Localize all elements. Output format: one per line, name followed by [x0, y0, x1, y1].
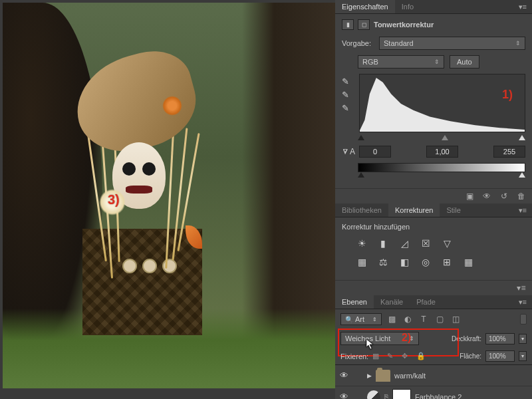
layer-row-folder[interactable]: 👁 ▶ warm/kalt [335, 365, 532, 386]
panels-column: Eigenschaften Info ▾≡ ▮ ◻ Tonwertkorrekt… [335, 0, 532, 399]
preset-select[interactable]: Standard [379, 37, 525, 50]
vibrance-adj-icon[interactable]: ▽ [440, 237, 454, 249]
annotation-1: 1) [502, 88, 513, 102]
canvas-area[interactable]: 3) [0, 0, 335, 399]
mask-thumbnail[interactable] [392, 389, 411, 400]
folder-icon [376, 370, 390, 382]
layer-row-adjustment[interactable]: 👁 ⎘ Farbbalance 2 [335, 386, 532, 399]
eyedropper-white-icon[interactable]: ✎ [342, 103, 354, 112]
visibility-toggle-icon[interactable]: 👁 [338, 392, 350, 399]
tab-info[interactable]: Info [395, 0, 420, 13]
tab-bibliotheken[interactable]: Bibliotheken [335, 203, 388, 217]
brightness-contrast-icon[interactable]: ☀ [355, 237, 368, 249]
bw-adj-icon[interactable]: ◧ [398, 256, 411, 268]
exposure-adj-icon[interactable]: ☒ [419, 237, 432, 249]
filter-adjustment-icon[interactable]: ◐ [402, 314, 414, 325]
layer-list: 👁 ▶ warm/kalt 👁 ⎘ Farbbalance 2 👁 ⎘ Tonw… [335, 364, 532, 399]
layers-tabs: Ebenen Kanäle Pfade ▾≡ [335, 295, 532, 309]
mask-link-icon[interactable]: ⎘ [384, 393, 388, 399]
lock-transparent-icon[interactable]: ▩ [372, 352, 383, 361]
color-balance-icon[interactable]: ⚖ [376, 256, 390, 268]
eyedropper-black-icon[interactable]: ✎ [342, 76, 354, 86]
panel-menu-icon[interactable]: ▾≡ [513, 206, 532, 215]
white-point-input[interactable] [493, 146, 525, 158]
lock-position-icon[interactable]: ✥ [402, 352, 412, 361]
channel-mixer-icon[interactable]: ⊞ [440, 256, 454, 268]
lock-label: Fixieren: [340, 352, 368, 360]
document-image: 3) [3, 3, 335, 388]
filter-type-icon[interactable]: T [418, 314, 430, 325]
levels-adj-icon[interactable]: ▮ [376, 237, 390, 249]
annotation-3: 3) [108, 192, 120, 207]
output-levels-slider[interactable] [358, 174, 525, 180]
opacity-label: Deckkraft: [452, 335, 481, 342]
adjustments-tabs: Bibliotheken Korrekturen Stile ▾≡ [335, 203, 532, 217]
folder-collapse-icon[interactable]: ▶ [367, 372, 372, 379]
properties-tabs: Eigenschaften Info ▾≡ [335, 0, 532, 14]
input-levels-slider[interactable] [358, 136, 525, 143]
tab-ebenen[interactable]: Ebenen [335, 295, 374, 309]
channel-select[interactable]: RGB [358, 55, 444, 68]
panel-menu-icon[interactable]: ▾≡ [513, 3, 532, 11]
clip-icon[interactable]: ▣ [464, 192, 475, 201]
hue-sat-icon[interactable]: ▦ [355, 256, 368, 268]
mask-icon[interactable]: ◻ [358, 19, 370, 30]
opacity-input[interactable]: 100% [485, 333, 515, 344]
output-gradient[interactable] [358, 163, 525, 172]
annotation-2: 2) [402, 332, 411, 344]
adjustments-footer: ▾≡ [335, 280, 532, 295]
trash-icon[interactable]: 🗑 [516, 192, 527, 201]
panel-menu-icon[interactable]: ▾≡ [513, 298, 532, 307]
tab-kanaele[interactable]: Kanäle [374, 295, 410, 309]
filter-shape-icon[interactable]: ▢ [434, 314, 446, 325]
adjustments-menu-icon[interactable]: ▾≡ [516, 283, 527, 293]
fill-input[interactable]: 100% [485, 350, 515, 362]
tab-stile[interactable]: Stile [440, 203, 467, 217]
opacity-flyout-icon[interactable]: ▾ [519, 334, 527, 344]
properties-panel: ▮ ◻ Tonwertkorrektur Vorgabe: Standard R… [335, 14, 532, 188]
eyedropper-group: ✎ ✎ ✎ [342, 74, 354, 132]
fill-flyout-icon[interactable]: ▾ [519, 351, 527, 361]
visibility-toggle-icon[interactable]: 👁 [338, 370, 350, 380]
adjustment-layer-icon [367, 390, 380, 400]
tab-korrekturen[interactable]: Korrekturen [388, 203, 440, 217]
filter-toggle[interactable] [520, 314, 527, 325]
lut-adj-icon[interactable]: ▦ [462, 256, 475, 268]
lock-all-icon[interactable]: 🔒 [416, 352, 427, 361]
gamma-input[interactable] [426, 146, 458, 158]
filter-pixel-icon[interactable]: ▩ [386, 314, 398, 325]
preset-label: Vorgabe: [342, 39, 374, 47]
auto-button[interactable]: Auto [450, 55, 479, 68]
properties-footer: ▣ 👁 ↺ 🗑 [335, 188, 532, 203]
visibility-icon[interactable]: 👁 [481, 192, 492, 201]
filter-smart-icon[interactable]: ◫ [450, 314, 462, 325]
lock-pixels-icon[interactable]: ✎ [387, 352, 398, 361]
levels-wizard-icon[interactable]: ⛛A [342, 147, 355, 156]
photo-filter-icon[interactable]: ◎ [419, 256, 432, 268]
tab-eigenschaften[interactable]: Eigenschaften [335, 0, 395, 13]
reset-icon[interactable]: ↺ [499, 192, 509, 201]
eyedropper-gray-icon[interactable]: ✎ [342, 90, 354, 99]
tab-pfade[interactable]: Pfade [410, 295, 442, 309]
add-adjustment-label: Korrektur hinzufügen [342, 223, 525, 231]
filter-type-select[interactable]: 🔍Art [340, 313, 382, 325]
levels-icon: ▮ [342, 19, 354, 30]
curves-adj-icon[interactable]: ◿ [398, 237, 411, 249]
adjustments-panel: Korrektur hinzufügen ☀ ▮ ◿ ☒ ▽ ▦ ⚖ ◧ ◎ ⊞… [335, 217, 532, 280]
fill-label: Fläche: [460, 352, 481, 360]
histogram[interactable]: 1) [359, 74, 525, 132]
layer-filter-row: 🔍Art ▩ ◐ T ▢ ◫ [335, 309, 532, 329]
adjustment-title: Tonwertkorrektur [374, 21, 434, 29]
black-point-input[interactable] [359, 146, 391, 158]
